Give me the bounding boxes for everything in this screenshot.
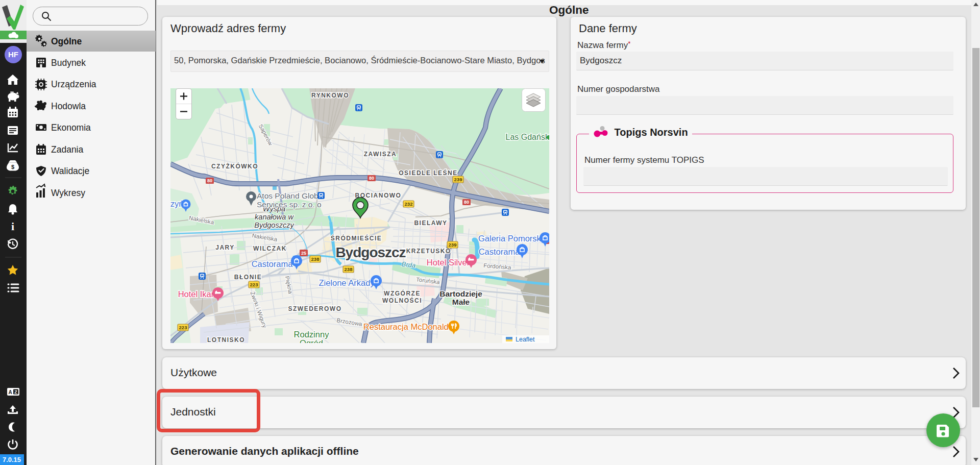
svg-text:kanałowa w: kanałowa w [255,213,294,221]
svg-text:LOTNISKO: LOTNISKO [207,336,245,343]
svg-text:Hotel Silver: Hotel Silver [427,258,470,267]
svg-text:WILCZAK: WILCZAK [253,245,287,252]
svg-text:Hotel Ikar: Hotel Ikar [178,289,214,299]
svg-text:WOLNOŚCI: WOLNOŚCI [382,297,422,304]
svg-text:OSIEDLE LEŚNE: OSIEDLE LEŚNE [399,169,458,177]
svg-text:SKRZETUSKO: SKRZETUSKO [401,248,451,255]
svg-text:238: 238 [345,266,353,272]
svg-text:80: 80 [369,176,374,181]
svg-text:Rodzinny: Rodzinny [294,330,330,339]
svg-text:RYNKOWO: RYNKOWO [311,92,349,99]
svg-text:Las Gdański: Las Gdański [506,133,549,141]
svg-text:Małe: Małe [452,298,470,306]
svg-text:SZWEDEROWO: SZWEDEROWO [288,305,342,312]
svg-text:Restauracja McDonald's: Restauracja McDonald's [363,322,454,331]
svg-text:Services sp. z o. o: Services sp. z o. o [257,200,322,209]
svg-text:CZYŻKÓWKO: CZYŻKÓWKO [211,162,258,170]
svg-text:239: 239 [449,242,457,248]
svg-text:Bydgoszcz: Bydgoszcz [335,244,405,260]
svg-text:Atos Poland Global: Atos Poland Global [257,191,325,200]
svg-text:Castorama: Castorama [479,247,521,256]
svg-text:BIELAWY: BIELAWY [414,219,447,227]
svg-text:ŚRÓDMIEŚCIE: ŚRÓDMIEŚCIE [331,234,382,242]
svg-text:232: 232 [405,201,413,207]
svg-text:Zielone Arkady: Zielone Arkady [318,278,375,287]
svg-text:Galeria Pomorska: Galeria Pomorska [478,234,546,243]
svg-text:ZAWISZA: ZAWISZA [364,151,397,158]
svg-text:WZGÓRZE: WZGÓRZE [384,289,421,297]
svg-text:80: 80 [464,200,469,205]
svg-text:BŁONIE: BŁONIE [234,274,262,281]
svg-text:239: 239 [454,177,462,182]
svg-text:Bartodzieje: Bartodzieje [439,289,482,298]
svg-text:25: 25 [301,251,306,256]
svg-text:Bydgoszczy: Bydgoszczy [254,221,294,229]
svg-text:223: 223 [179,325,187,330]
svg-text:Ogród: Ogród [300,338,323,343]
svg-text:223: 223 [250,282,258,287]
svg-text:238: 238 [311,256,320,262]
svg-text:Castorama: Castorama [252,259,293,268]
svg-text:80: 80 [207,178,212,183]
svg-text:Leaflet: Leaflet [516,336,535,343]
svg-text:JARY: JARY [215,244,235,251]
svg-text:Brda: Brda [401,260,416,270]
